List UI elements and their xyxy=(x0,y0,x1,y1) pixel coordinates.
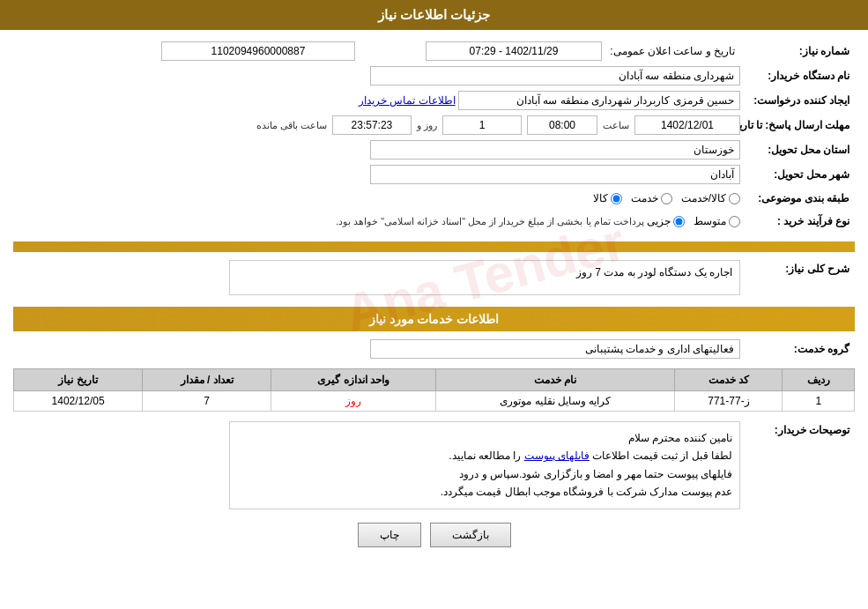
cell-code: ز-77-771 xyxy=(675,391,783,412)
province-row: استان محل تحویل: خوزستان xyxy=(13,137,855,162)
announcement-date-value: 1402/11/29 - 07:29 xyxy=(426,41,602,61)
col-header-code: کد خدمت xyxy=(675,369,783,391)
remain-day-label: روز و xyxy=(417,120,437,131)
category-goods-radio[interactable] xyxy=(611,193,622,204)
category-row: طبقه بندی موضوعی: کالا/خدمت خدمت کالا xyxy=(13,187,855,210)
remain-suffix: ساعت باقی مانده xyxy=(256,120,327,131)
province-label: استان محل تحویل: xyxy=(740,141,855,159)
purchase-type-radio-group: متوسط جزیی xyxy=(647,215,740,227)
creator-row: ایجاد کننده درخواست: حسین قرمزی کاربردار… xyxy=(13,88,855,113)
cell-unit: روز xyxy=(271,391,436,412)
city-row: شهر محل تحویل: آبادان xyxy=(13,162,855,187)
cell-name: کرایه وسایل نقلیه موتوری xyxy=(436,391,675,412)
buyer-name-row: نام دستگاه خریدار: شهرداری منطقه سه آباد… xyxy=(13,63,855,88)
category-goods-service-radio[interactable] xyxy=(729,193,740,204)
services-title: اطلاعات خدمات مورد نیاز xyxy=(369,312,500,326)
back-button[interactable]: بازگشت xyxy=(430,523,511,547)
description-row: شرح کلی نیاز: اجاره یک دستگاه لودر به مد… xyxy=(13,257,855,298)
buyer-notes-box: نامین کننده محترم سلام لطفا قبل از ثبت ق… xyxy=(229,421,740,509)
category-service-radio[interactable] xyxy=(661,193,672,204)
cell-row-num: 1 xyxy=(783,391,855,412)
buyer-name-label: نام دستگاه خریدار: xyxy=(740,67,855,85)
files-link[interactable]: فایلهای پیوست xyxy=(524,449,590,462)
purchase-medium-label: متوسط xyxy=(694,215,726,227)
need-number-row: شماره نیاز: تاریخ و ساعت اعلان عمومی: 14… xyxy=(13,39,855,63)
category-goods-service-label: کالا/خدمت xyxy=(681,192,726,204)
buyer-notes-row: توصیحات خریدار: نامین کننده محترم سلام ل… xyxy=(13,419,855,512)
remain-days: 1 xyxy=(442,115,522,135)
buyer-note-line2-pre: لطفا قبل از ثبت قیمت اطلاعات xyxy=(590,449,732,462)
service-group-value: فعالیتهای اداری و خدمات پشتیبانی xyxy=(370,339,740,359)
creator-label: ایجاد کننده درخواست: xyxy=(740,92,855,109)
table-row: 1ز-77-771کرایه وسایل نقلیه موتوریروز7140… xyxy=(14,391,855,412)
description-value: اجاره یک دستگاه لودر به مدت 7 روز xyxy=(229,260,740,295)
purchase-medium-option[interactable]: متوسط xyxy=(694,215,740,227)
category-goods-service-option[interactable]: کالا/خدمت xyxy=(681,192,740,204)
page-title: جزئیات اطلاعات نیاز xyxy=(378,7,490,22)
description-label: شرح کلی نیاز: xyxy=(740,260,855,278)
services-section-header: اطلاعات خدمات مورد نیاز xyxy=(13,307,855,331)
announcement-date-label: تاریخ و ساعت اعلان عمومی: xyxy=(605,42,740,60)
col-header-unit: واحد اندازه گیری xyxy=(271,369,436,391)
contact-link[interactable]: اطلاعات تماس خریدار xyxy=(359,94,456,107)
category-service-option[interactable]: خدمت xyxy=(631,192,672,204)
service-group-label: گروه خدمت: xyxy=(740,340,855,358)
category-label: طبقه بندی موضوعی: xyxy=(740,189,855,207)
services-table-header-row: ردیف کد خدمت نام خدمت واحد اندازه گیری ت… xyxy=(14,369,855,391)
services-table: ردیف کد خدمت نام خدمت واحد اندازه گیری ت… xyxy=(13,368,855,412)
col-header-quantity: تعداد / مقدار xyxy=(143,369,271,391)
category-radio-group: کالا/خدمت خدمت کالا xyxy=(593,192,740,204)
col-header-row: ردیف xyxy=(783,369,855,391)
remain-time: 23:57:23 xyxy=(332,115,412,135)
description-section-header xyxy=(13,241,855,252)
page-header: جزئیات اطلاعات نیاز xyxy=(0,0,868,30)
main-content: شماره نیاز: تاریخ و ساعت اعلان عمومی: 14… xyxy=(0,30,868,567)
purchase-medium-radio[interactable] xyxy=(729,216,740,227)
page-wrapper: جزئیات اطلاعات نیاز شماره نیاز: تاریخ و … xyxy=(0,0,868,609)
province-value: خوزستان xyxy=(370,140,740,160)
buyer-description-label: توصیحات خریدار: xyxy=(740,421,855,439)
reply-time: 08:00 xyxy=(527,115,597,135)
print-button[interactable]: چاپ xyxy=(358,523,421,547)
category-service-label: خدمت xyxy=(631,192,658,204)
creator-value: حسین قرمزی کاربردار شهرداری منطقه سه آبا… xyxy=(458,91,740,110)
city-label: شهر محل تحویل: xyxy=(740,166,855,183)
buyer-name-value: شهرداری منطقه سه آبادان xyxy=(370,66,740,85)
buyer-note-line2-post: را مطالعه نمایید. xyxy=(449,449,523,462)
service-group-row: گروه خدمت: فعالیتهای اداری و خدمات پشتیب… xyxy=(13,337,855,361)
need-number-label: شماره نیاز: xyxy=(740,42,855,60)
need-number-value: 1102094960000887 xyxy=(161,41,355,61)
buyer-note-line4: عدم پیوست مدارک شرکت با فروشگاه موجب ابط… xyxy=(237,483,732,501)
description-container: اجاره یک دستگاه لودر به مدت 7 روز Ana Te… xyxy=(229,260,740,295)
purchase-type-label: نوع فرآیند خرید : xyxy=(740,212,855,230)
category-goods-label: کالا xyxy=(593,192,608,204)
cell-date: 1402/12/05 xyxy=(14,391,143,412)
reply-deadline-row: مهلت ارسال پاسخ: تا تاریخ: 1402/12/01 سا… xyxy=(13,113,855,137)
services-table-body: 1ز-77-771کرایه وسایل نقلیه موتوریروز7140… xyxy=(14,391,855,412)
buyer-note-line1: نامین کننده محترم سلام xyxy=(237,429,732,447)
services-table-head: ردیف کد خدمت نام خدمت واحد اندازه گیری ت… xyxy=(14,369,855,391)
reply-deadline-container: 1402/12/01 ساعت 08:00 1 روز و 23:57:23 س… xyxy=(256,115,740,135)
purchase-partial-option[interactable]: جزیی xyxy=(647,215,685,227)
purchase-partial-label: جزیی xyxy=(647,215,671,227)
unit-link[interactable]: روز xyxy=(345,395,361,407)
cell-quantity: 7 xyxy=(143,391,271,412)
category-goods-option[interactable]: کالا xyxy=(593,192,622,204)
purchase-note: پرداخت تمام یا بخشی از مبلغ خریدار از مح… xyxy=(336,216,644,227)
reply-date: 1402/12/01 xyxy=(634,115,740,135)
reply-time-label: ساعت xyxy=(603,120,629,131)
col-header-name: نام خدمت xyxy=(436,369,675,391)
buttons-row: بازگشت چاپ xyxy=(13,523,855,547)
purchase-partial-radio[interactable] xyxy=(673,216,685,227)
buyer-note-line3: فایلهای پیوست حتما مهر و امضا و بازگزاری… xyxy=(237,465,732,483)
buyer-note-line2: لطفا قبل از ثبت قیمت اطلاعات فایلهای پیو… xyxy=(237,447,732,464)
purchase-type-row: نوع فرآیند خرید : متوسط جزیی پرداخت تمام… xyxy=(13,210,855,233)
city-value: آبادان xyxy=(370,165,740,184)
reply-deadline-label: مهلت ارسال پاسخ: تا تاریخ: xyxy=(740,116,855,134)
col-header-date: تاریخ نیاز xyxy=(14,369,143,391)
